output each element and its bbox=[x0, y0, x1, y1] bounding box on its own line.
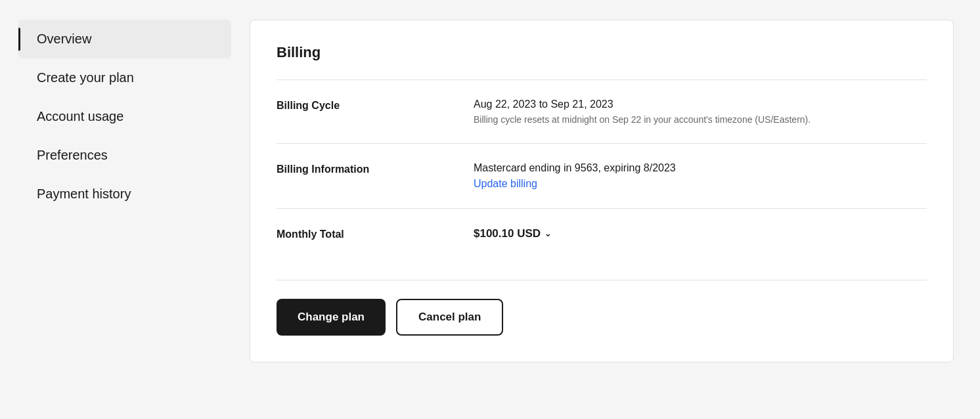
page-container: Overview Create your plan Account usage … bbox=[13, 13, 967, 369]
billing-cycle-value: Aug 22, 2023 to Sep 21, 2023 Billing cyc… bbox=[474, 99, 927, 125]
sidebar-item-overview[interactable]: Overview bbox=[18, 20, 231, 58]
sidebar-item-label: Preferences bbox=[37, 148, 108, 163]
monthly-total-value-container: $100.10 USD ⌄ bbox=[474, 227, 927, 240]
billing-card: Billing Billing Cycle Aug 22, 2023 to Se… bbox=[250, 20, 954, 363]
billing-information-value: Mastercard ending in 9563, expiring 8/20… bbox=[474, 162, 927, 190]
update-billing-link[interactable]: Update billing bbox=[474, 178, 927, 190]
sidebar-item-label: Overview bbox=[37, 32, 91, 47]
sidebar-item-payment-history[interactable]: Payment history bbox=[18, 175, 231, 213]
billing-title: Billing bbox=[277, 44, 927, 61]
sidebar-item-create-your-plan[interactable]: Create your plan bbox=[18, 58, 231, 97]
billing-information-row: Billing Information Mastercard ending in… bbox=[277, 143, 927, 208]
sidebar-item-preferences[interactable]: Preferences bbox=[18, 136, 231, 175]
billing-card-details: Mastercard ending in 9563, expiring 8/20… bbox=[474, 162, 927, 174]
monthly-total-label: Monthly Total bbox=[277, 227, 474, 240]
billing-cycle-note: Billing cycle resets at midnight on Sep … bbox=[474, 114, 927, 125]
billing-information-label: Billing Information bbox=[277, 162, 474, 175]
sidebar-item-label: Account usage bbox=[37, 109, 123, 124]
sidebar-item-label: Payment history bbox=[37, 187, 131, 202]
billing-cycle-label: Billing Cycle bbox=[277, 99, 474, 112]
sidebar-item-account-usage[interactable]: Account usage bbox=[18, 97, 231, 136]
main-content: Billing Billing Cycle Aug 22, 2023 to Se… bbox=[236, 13, 967, 369]
billing-actions: Change plan Cancel plan bbox=[277, 280, 927, 336]
monthly-total-row: Monthly Total $100.10 USD ⌄ bbox=[277, 208, 927, 259]
sidebar-item-label: Create your plan bbox=[37, 70, 134, 85]
change-plan-button[interactable]: Change plan bbox=[277, 299, 386, 336]
sidebar: Overview Create your plan Account usage … bbox=[13, 13, 236, 369]
billing-cycle-dates: Aug 22, 2023 to Sep 21, 2023 bbox=[474, 99, 927, 110]
monthly-total-text: $100.10 USD bbox=[474, 227, 541, 240]
cancel-plan-button[interactable]: Cancel plan bbox=[396, 299, 503, 336]
chevron-down-icon: ⌄ bbox=[545, 229, 551, 238]
billing-cycle-row: Billing Cycle Aug 22, 2023 to Sep 21, 20… bbox=[277, 79, 927, 143]
monthly-total-amount[interactable]: $100.10 USD ⌄ bbox=[474, 227, 927, 240]
